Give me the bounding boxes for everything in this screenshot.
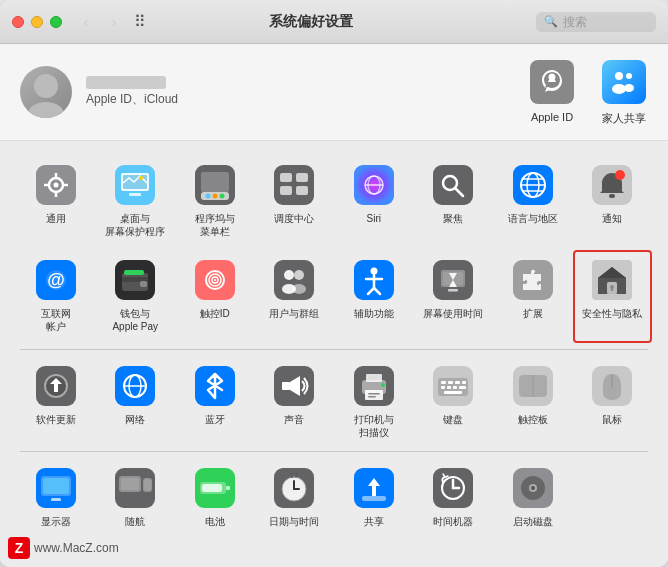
svg-rect-28 (296, 186, 308, 195)
pref-internet[interactable]: @ 互联网帐户 (16, 250, 96, 343)
desktop-icon (113, 163, 157, 207)
svg-rect-119 (144, 479, 151, 491)
internet-label: 互联网帐户 (41, 307, 71, 333)
pref-timemachine[interactable]: 时间机器 (414, 458, 494, 551)
pref-general[interactable]: 通用 (16, 155, 96, 248)
close-button[interactable] (12, 16, 24, 28)
svg-point-2 (615, 72, 623, 80)
svg-rect-43 (609, 194, 615, 198)
pref-trackpad[interactable]: 触控板 (493, 356, 573, 449)
pref-notifications[interactable]: 通知 (573, 155, 653, 248)
account-info: Apple ID、iCloud (86, 76, 178, 108)
svg-rect-98 (448, 381, 453, 384)
pref-printers[interactable]: 打印机与扫描仪 (334, 356, 414, 449)
svg-point-23 (219, 194, 224, 199)
apple-id-button[interactable]: Apple ID (528, 58, 576, 126)
svg-rect-97 (441, 381, 446, 384)
watermark-url: www.MacZ.com (34, 541, 119, 555)
search-icon: 🔍 (544, 15, 558, 28)
sound-label: 声音 (284, 413, 304, 439)
family-sharing-button[interactable]: 家人共享 (600, 58, 648, 126)
pref-battery[interactable]: 电池 (175, 458, 255, 551)
pref-dock[interactable]: 程序坞与菜单栏 (175, 155, 255, 248)
pref-language[interactable]: 语言与地区 (493, 155, 573, 248)
users-label: 用户与群组 (269, 307, 319, 333)
svg-point-8 (53, 183, 58, 188)
printers-icon (352, 364, 396, 408)
siri-icon (352, 163, 396, 207)
svg-point-44 (615, 170, 625, 180)
pref-siri[interactable]: Siri (334, 155, 414, 248)
sidecar-label: 随航 (125, 515, 145, 541)
startup-label: 启动磁盘 (513, 515, 553, 541)
pref-startup[interactable]: 启动磁盘 (493, 458, 573, 551)
minimize-button[interactable] (31, 16, 43, 28)
spotlight-icon (431, 163, 475, 207)
pref-sharing[interactable]: 共享 (334, 458, 414, 551)
pref-spotlight[interactable]: 聚焦 (414, 155, 494, 248)
pref-screentime[interactable]: 屏幕使用时间 (414, 250, 494, 343)
pref-mission[interactable]: 调度中心 (255, 155, 335, 248)
avatar[interactable] (20, 66, 72, 118)
pref-mouse[interactable]: 鼠标 (573, 356, 653, 449)
account-left: Apple ID、iCloud (20, 66, 178, 118)
svg-rect-92 (368, 393, 380, 395)
svg-rect-27 (280, 186, 292, 195)
displays-icon (34, 466, 78, 510)
svg-rect-19 (201, 172, 229, 192)
pref-keyboard[interactable]: 键盘 (414, 356, 494, 449)
siri-label: Siri (367, 212, 381, 238)
svg-point-21 (205, 194, 210, 199)
pref-security[interactable]: 安全性与隐私 (573, 250, 653, 343)
datetime-icon: 17 (272, 466, 316, 510)
svg-rect-24 (274, 165, 314, 205)
svg-point-22 (212, 194, 217, 199)
pref-desktop[interactable]: 桌面与屏幕保护程序 (96, 155, 176, 248)
svg-rect-52 (124, 270, 144, 275)
svg-point-17 (139, 176, 143, 180)
pref-software[interactable]: 软件更新 (16, 356, 96, 449)
pref-network[interactable]: 网络 (96, 356, 176, 449)
svg-point-5 (624, 84, 634, 92)
svg-point-60 (294, 270, 304, 280)
svg-rect-122 (226, 486, 230, 490)
svg-rect-131 (362, 496, 386, 501)
printers-label: 打印机与扫描仪 (354, 413, 394, 439)
security-icon (590, 258, 634, 302)
svg-rect-91 (365, 390, 383, 400)
svg-rect-77 (611, 287, 613, 291)
svg-rect-105 (444, 391, 462, 394)
notifications-label: 通知 (602, 212, 622, 238)
pref-empty (573, 458, 653, 551)
pref-bluetooth[interactable]: 蓝牙 (175, 356, 255, 449)
touchid-icon (193, 258, 237, 302)
general-label: 通用 (46, 212, 66, 238)
svg-rect-16 (129, 193, 141, 196)
watermark-z: Z (8, 537, 30, 559)
svg-rect-33 (433, 165, 473, 205)
pref-datetime[interactable]: 17 日期与时间 (255, 458, 335, 551)
search-box[interactable]: 🔍 (536, 12, 656, 32)
svg-point-94 (381, 383, 385, 387)
family-icon (602, 60, 646, 104)
titlebar: ‹ › ⠿ 系统偏好设置 🔍 (0, 0, 668, 44)
sharing-icon (352, 466, 396, 510)
pref-users[interactable]: 用户与群组 (255, 250, 335, 343)
maximize-button[interactable] (50, 16, 62, 28)
svg-point-4 (612, 84, 626, 94)
svg-point-62 (292, 284, 306, 294)
svg-rect-101 (441, 386, 445, 389)
family-icon-box (600, 58, 648, 106)
svg-text:17: 17 (290, 471, 299, 480)
pref-accessibility[interactable]: 辅助功能 (334, 250, 414, 343)
pref-sound[interactable]: 声音 (255, 356, 335, 449)
search-input[interactable] (563, 15, 643, 29)
accessibility-label: 辅助功能 (354, 307, 394, 333)
pref-wallet[interactable]: 钱包与Apple Pay (96, 250, 176, 343)
notifications-icon (590, 163, 634, 207)
battery-icon (193, 466, 237, 510)
accessibility-icon (352, 258, 396, 302)
keyboard-icon (431, 364, 475, 408)
pref-touchid[interactable]: 触控ID (175, 250, 255, 343)
pref-extensions[interactable]: 扩展 (493, 250, 573, 343)
